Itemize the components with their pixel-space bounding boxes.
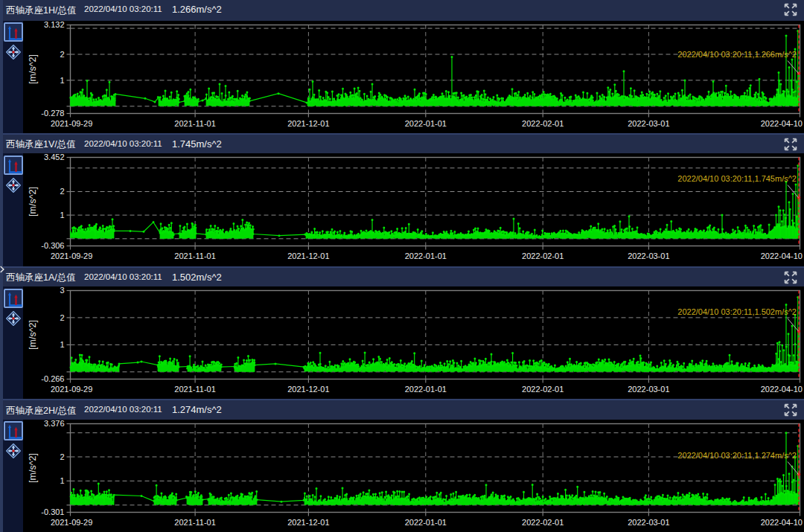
svg-text:2022/04/10 03:20:11,1.745m/s^2: 2022/04/10 03:20:11,1.745m/s^2 [677,174,797,183]
svg-text:2021-11-01: 2021-11-01 [174,251,215,260]
svg-text:-0.266: -0.266 [41,374,64,383]
svg-text:[m/s^2]: [m/s^2] [28,187,38,217]
svg-text:2022-04-10: 2022-04-10 [761,385,803,394]
svg-text:2022-01-01: 2022-01-01 [405,251,447,260]
svg-text:2: 2 [60,187,64,196]
svg-text:2: 2 [60,49,64,58]
svg-text:2022-01-01: 2022-01-01 [405,518,447,527]
svg-text:2022-02-01: 2022-02-01 [522,119,564,128]
svg-text:[m/s^2]: [m/s^2] [28,453,38,483]
svg-text:2022-03-01: 2022-03-01 [628,518,669,527]
svg-text:[m/s^2]: [m/s^2] [28,320,38,350]
svg-text:2021-09-29: 2021-09-29 [51,119,92,128]
svg-text:2021-09-29: 2021-09-29 [51,518,92,527]
svg-text:2022-04-10: 2022-04-10 [761,119,803,128]
svg-text:2022-01-01: 2022-01-01 [405,385,447,394]
svg-text:3.452: 3.452 [44,153,65,161]
svg-text:1: 1 [60,340,64,349]
svg-text:2021-11-01: 2021-11-01 [174,119,215,128]
svg-text:2021-09-29: 2021-09-29 [51,251,92,260]
svg-text:2021-11-01: 2021-11-01 [174,385,215,394]
svg-text:2: 2 [60,313,64,322]
svg-text:-0.301: -0.301 [41,507,64,516]
svg-text:1: 1 [60,476,64,485]
svg-text:1: 1 [60,211,64,219]
svg-text:2022-04-10: 2022-04-10 [761,518,803,527]
svg-text:2022-02-01: 2022-02-01 [522,385,564,394]
svg-text:2022/04/10 03:20:11,1.502m/s^2: 2022/04/10 03:20:11,1.502m/s^2 [677,307,797,316]
svg-text:3: 3 [60,286,64,295]
svg-text:2022-02-01: 2022-02-01 [522,251,564,260]
svg-text:2022-03-01: 2022-03-01 [628,251,669,260]
svg-text:2022-03-01: 2022-03-01 [628,385,669,394]
svg-text:2022-03-01: 2022-03-01 [628,119,669,128]
svg-text:2021-11-01: 2021-11-01 [174,518,215,527]
svg-text:2: 2 [60,452,64,461]
svg-text:-0.306: -0.306 [41,241,64,250]
svg-text:[m/s^2]: [m/s^2] [28,54,38,84]
svg-text:2022-02-01: 2022-02-01 [522,518,564,527]
svg-text:2021-09-29: 2021-09-29 [51,385,92,394]
svg-text:3.132: 3.132 [44,21,65,29]
svg-text:2022/04/10 03:20:11,1.266m/s^2: 2022/04/10 03:20:11,1.266m/s^2 [677,49,797,58]
svg-text:1: 1 [60,75,64,84]
svg-text:-0.278: -0.278 [41,109,64,118]
svg-text:2021-12-01: 2021-12-01 [287,119,329,128]
svg-text:2021-12-01: 2021-12-01 [287,251,329,260]
svg-text:2022-04-10: 2022-04-10 [761,251,803,260]
svg-text:2022/04/10 03:20:11,1.274m/s^2: 2022/04/10 03:20:11,1.274m/s^2 [677,450,797,459]
svg-text:2021-12-01: 2021-12-01 [287,518,329,527]
svg-text:2021-12-01: 2021-12-01 [287,385,329,394]
svg-text:2022-01-01: 2022-01-01 [405,119,447,128]
svg-text:3.376: 3.376 [44,420,65,428]
